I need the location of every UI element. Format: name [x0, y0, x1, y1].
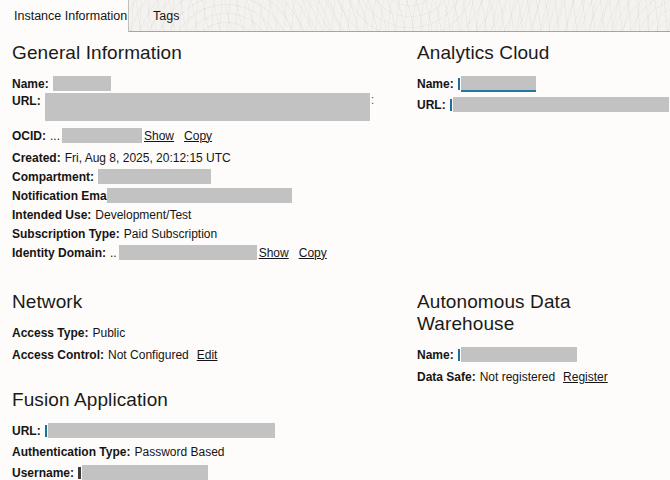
- section-title: Analytics Cloud: [417, 42, 670, 64]
- edit-link[interactable]: Edit: [197, 348, 218, 362]
- field-label: URL:: [417, 98, 446, 112]
- redacted-value: [45, 93, 370, 121]
- field-identity-domain: Identity Domain: .. Show Copy: [12, 243, 407, 262]
- copy-link[interactable]: Copy: [299, 246, 327, 260]
- section-general-information: General Information Name: URL: : OCID: .…: [12, 42, 407, 262]
- field-label: Identity Domain:: [12, 246, 106, 260]
- field-url: URL: :: [12, 93, 407, 126]
- redacted-value: [53, 76, 111, 91]
- tab-strip-background: Tags: [128, 0, 670, 32]
- field-url: URL:: [417, 95, 670, 114]
- field-authentication-type: Authentication Type: Password Based: [12, 442, 407, 461]
- section-analytics-cloud: Analytics Cloud Name: URL:: [417, 42, 670, 114]
- field-label: URL:: [12, 424, 41, 438]
- field-label: Notification Ema: [12, 189, 107, 203]
- field-label: Created:: [12, 151, 61, 165]
- field-compartment: Compartment:: [12, 167, 407, 186]
- section-autonomous-data-warehouse: Autonomous Data Warehouse Name: Data Saf…: [417, 291, 670, 386]
- section-network: Network Access Type: Public Access Contr…: [12, 291, 407, 364]
- redacted-link-value: [461, 76, 536, 92]
- field-label: Data Safe:: [417, 370, 476, 384]
- field-label: Name:: [12, 77, 49, 91]
- subscription-type-value: Paid Subscription: [124, 227, 217, 241]
- field-notification-email: Notification Ema: [12, 186, 407, 205]
- created-value: Fri, Aug 8, 2025, 20:12:15 UTC: [65, 151, 231, 165]
- link-text-remnant: [450, 99, 452, 111]
- field-name: Name:: [12, 74, 407, 93]
- field-ocid: OCID: ... Show Copy: [12, 126, 407, 145]
- tab-bar: Instance Information Tags: [0, 0, 670, 32]
- field-url: URL:: [12, 421, 407, 440]
- section-fusion-application: Fusion Application URL: Authentication T…: [12, 389, 407, 480]
- field-label: Username:: [12, 466, 74, 480]
- field-intended-use: Intended Use: Development/Test: [12, 205, 407, 224]
- data-safe-value: Not registered: [480, 370, 555, 384]
- field-label: OCID:: [12, 129, 46, 143]
- field-label: Intended Use:: [12, 208, 91, 222]
- tab-instance-information[interactable]: Instance Information: [0, 0, 128, 32]
- redacted-value: [107, 188, 292, 203]
- field-data-safe: Data Safe: Not registered Register: [417, 367, 670, 386]
- redacted-value: [82, 465, 208, 480]
- redacted-value: [98, 169, 211, 184]
- field-username: Username:: [12, 463, 407, 480]
- field-label: Authentication Type:: [12, 445, 130, 459]
- field-name: Name:: [417, 345, 670, 364]
- field-label: Access Control:: [12, 348, 104, 362]
- section-title: Fusion Application: [12, 389, 407, 411]
- redacted-value: [48, 423, 275, 438]
- show-link[interactable]: Show: [144, 129, 174, 143]
- field-label: Subscription Type:: [12, 227, 120, 241]
- field-label: Access Type:: [12, 326, 88, 340]
- access-control-value: Not Configured: [108, 348, 189, 362]
- register-link[interactable]: Register: [563, 370, 608, 384]
- link-text-remnant: [458, 349, 460, 361]
- field-access-control: Access Control: Not Configured Edit: [12, 345, 407, 364]
- redacted-value: [453, 97, 669, 112]
- redacted-value: [119, 245, 257, 260]
- field-created: Created: Fri, Aug 8, 2025, 20:12:15 UTC: [12, 148, 407, 167]
- identity-domain-ellipsis: ..: [110, 246, 117, 260]
- access-type-value: Public: [92, 326, 125, 340]
- field-label: Compartment:: [12, 170, 94, 184]
- field-label: URL:: [12, 94, 41, 109]
- redacted-value: [461, 347, 577, 362]
- show-link[interactable]: Show: [259, 246, 289, 260]
- url-text-remnant: :: [371, 93, 374, 107]
- field-label: Name:: [417, 77, 454, 91]
- ocid-ellipsis: ...: [50, 129, 60, 143]
- authentication-type-value: Password Based: [134, 445, 224, 459]
- copy-link[interactable]: Copy: [184, 129, 212, 143]
- field-subscription-type: Subscription Type: Paid Subscription: [12, 224, 407, 243]
- section-title: Autonomous Data Warehouse: [417, 291, 670, 335]
- field-name: Name:: [417, 74, 670, 93]
- instance-details-page: Instance Information Tags General Inform…: [0, 0, 670, 480]
- tab-tags[interactable]: Tags: [129, 0, 249, 31]
- section-title: General Information: [12, 42, 407, 64]
- section-title: Network: [12, 291, 407, 313]
- link-text-remnant: [45, 425, 47, 437]
- text-remnant: [78, 467, 81, 479]
- field-label: Name:: [417, 348, 454, 362]
- redacted-value: [62, 128, 142, 143]
- link-text-remnant: [458, 78, 460, 90]
- field-access-type: Access Type: Public: [12, 323, 407, 342]
- intended-use-value: Development/Test: [95, 208, 191, 222]
